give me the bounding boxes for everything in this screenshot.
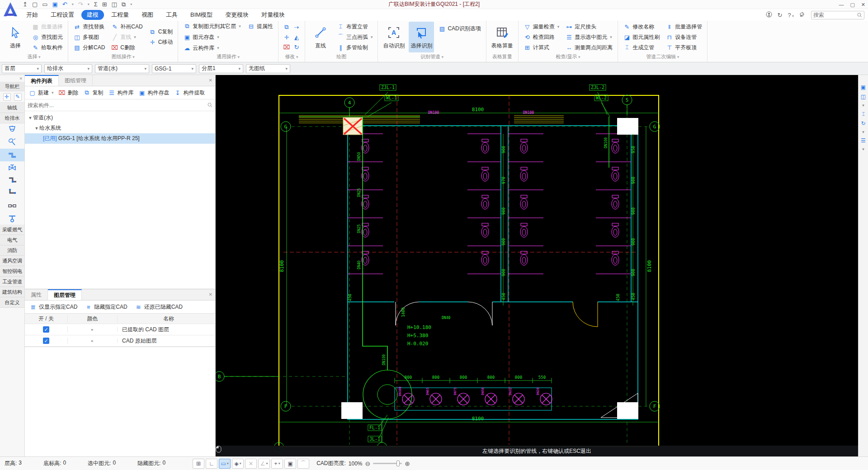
find-element-button[interactable]: ◎查找图元	[30, 32, 65, 42]
announcement-icon[interactable]	[799, 11, 806, 19]
device-connect-pipe-button[interactable]: ⊓设备连管	[664, 32, 704, 42]
nav-add-icon[interactable]: ✛	[3, 93, 11, 101]
measure-distance-button[interactable]: ↔测量两点间距离	[563, 42, 614, 52]
maximize-button[interactable]: ▢	[850, 2, 854, 8]
ortho-button[interactable]: ∟	[206, 459, 217, 469]
c-copy-button[interactable]: ⧉C复制	[147, 27, 175, 37]
group-label-identify-pipe[interactable]: 识别管道	[378, 53, 486, 62]
nav-section-axis[interactable]: 轴线	[0, 103, 24, 113]
sync-icon[interactable]: ↻	[778, 12, 783, 19]
grid-settings-button[interactable]: ⊞	[193, 459, 204, 469]
show-only-cad-button[interactable]: ≣仅显示指定CAD	[28, 302, 79, 312]
checkbox-checked[interactable]: ✓	[43, 326, 49, 333]
hide-cad-button[interactable]: ≡隐藏指定CAD	[83, 302, 129, 312]
show-selected-button[interactable]: ☰显示选中图元	[563, 32, 614, 42]
cad-canvas[interactable]: ZJL-1WL-1ZJL-2WL-28100810081008100H+10.1…	[216, 75, 858, 456]
chevron-down-icon[interactable]: ▾	[862, 130, 864, 134]
multi-pipe-draw-button[interactable]: ∥多管绘制	[335, 42, 375, 52]
select-button[interactable]: 选择	[3, 22, 28, 52]
nav-close-icon[interactable]: ✕	[19, 76, 23, 81]
component-search-input[interactable]	[28, 102, 208, 108]
coordinate-button[interactable]: +	[271, 459, 283, 469]
restore-hidden-cad-button[interactable]: ≋还原已隐藏CAD	[133, 302, 184, 312]
new-component-button[interactable]: ▢新建	[27, 88, 56, 98]
cad-identify-options-button[interactable]: ▧CAD识别选项	[436, 24, 482, 33]
line-button[interactable]: ╱直线	[109, 32, 144, 42]
three-point-arc-button[interactable]: ⌒三点画弧	[335, 32, 375, 42]
component-library-button[interactable]: ☰构件库	[106, 88, 136, 98]
modify-offset-icon[interactable]: ⇢	[292, 22, 302, 32]
find-replace-button[interactable]: ⇄查找替换	[71, 22, 107, 32]
nav-section-low-voltage[interactable]: 智控弱电	[0, 266, 24, 277]
tab-compare-module[interactable]: 对量模块	[256, 10, 290, 20]
modify-mirror-icon[interactable]: ◭	[292, 32, 302, 42]
group-label-general-ops[interactable]: 通用操作	[178, 53, 278, 62]
tab-quantities[interactable]: 工程量	[106, 10, 134, 20]
nav-item-pipe[interactable]	[0, 149, 24, 161]
help-button[interactable]: ? ▾	[788, 12, 794, 19]
copy-component-button[interactable]: ⧉复制	[81, 88, 105, 98]
loop-check-button[interactable]: ⟲检查回路	[522, 32, 561, 42]
modify-rotate-icon[interactable]: ↻	[292, 42, 302, 52]
pick-component-button[interactable]: ✎拾取构件	[30, 42, 65, 52]
orbit-tool-icon[interactable]: ↻	[861, 120, 865, 127]
tab-modeling[interactable]: 建模	[81, 10, 104, 20]
cloud-library-button[interactable]: ☁云构件库	[181, 43, 275, 53]
formula-button[interactable]: ⊞计算式	[522, 42, 561, 52]
nav-item-fitting[interactable]	[0, 174, 24, 187]
image-tool-icon[interactable]: ▣	[861, 84, 866, 90]
nav-item-tee[interactable]	[0, 212, 24, 225]
expand-icon[interactable]: ▼	[28, 116, 33, 120]
table-quantity-button[interactable]: 表格算量	[490, 22, 515, 52]
explode-cad-button[interactable]: ▤分解CAD	[71, 42, 107, 52]
tab-bim-model[interactable]: BIM模型	[185, 10, 218, 20]
batch-select-button[interactable]: ▦批量选择	[30, 22, 65, 32]
select-identify-button[interactable]: 选择识别	[409, 22, 434, 52]
tree-node-water-system[interactable]: ▼给水系统	[25, 123, 215, 133]
tab-view[interactable]: 视图	[136, 10, 159, 20]
search-icon[interactable]	[208, 103, 212, 108]
group-label-check-display[interactable]: 检查/显示	[519, 53, 618, 62]
tab-change-module[interactable]: 变更模块	[220, 10, 254, 20]
c-move-button[interactable]: ✛C移动	[147, 38, 175, 47]
nav-section-fire[interactable]: 消防	[0, 245, 24, 256]
nav-item-elbow[interactable]	[0, 187, 24, 199]
modify-copy-icon[interactable]: ⧉	[282, 22, 292, 32]
layer-panel-close-icon[interactable]: ✕	[209, 292, 212, 297]
minimize-button[interactable]: —	[839, 2, 844, 7]
tab-project-settings[interactable]: 工程设置	[45, 10, 80, 20]
nav-section-architecture[interactable]: 建筑结构	[0, 287, 24, 297]
multi-view-button[interactable]: ◫多视图	[71, 32, 107, 42]
tab-start[interactable]: 开始	[21, 10, 43, 20]
group-label-drawing-ops[interactable]: 图纸操作	[68, 53, 178, 62]
image-display-button[interactable]: ▣	[284, 459, 296, 469]
nav-item-fixture[interactable]	[0, 123, 24, 136]
tab-layer-management[interactable]: 图层管理	[48, 289, 82, 300]
draw-line-button[interactable]: 直线	[308, 22, 333, 52]
layer-row-original[interactable]: ✓ ▸ CAD 原始图层	[25, 335, 215, 347]
angle-snap-button[interactable]: ∠	[258, 459, 270, 469]
tree-node-pipe-water[interactable]: ▼管道(水)	[25, 113, 215, 123]
tab-component-list[interactable]: 构件列表	[25, 75, 59, 86]
group-label-draw[interactable]: 绘图	[305, 53, 378, 62]
generate-riser-button[interactable]: ⌶生成立管	[621, 42, 661, 52]
tab-tools[interactable]: 工具	[160, 10, 183, 20]
flush-slab-top-button[interactable]: ⊤平齐板顶	[664, 42, 704, 52]
leak-check-button[interactable]: ▽漏量检查	[522, 22, 561, 32]
delete-component-button[interactable]: ⌧删除	[57, 88, 80, 98]
search-icon[interactable]	[857, 13, 862, 18]
modify-move-icon[interactable]: ✛	[282, 32, 292, 42]
sheet-dropdown[interactable]: 无图纸	[246, 64, 290, 73]
slider-handle[interactable]	[396, 461, 400, 466]
auto-identify-button[interactable]: A 自动识别	[381, 22, 406, 52]
copy-to-layer-button[interactable]: ⧉复制图元到其它层	[181, 21, 243, 31]
chevron-down-icon[interactable]: ▾	[862, 103, 864, 108]
color-dropdown-icon[interactable]: ▸	[91, 338, 94, 343]
fixed-length-joint-button[interactable]: ⊶定尺接头	[563, 22, 614, 32]
tab-drawing-management[interactable]: 图纸管理	[59, 75, 93, 86]
panel-tool-icon[interactable]: ◫	[861, 94, 866, 100]
riser-tool-icon[interactable]: ⌶	[862, 111, 865, 117]
c-delete-button[interactable]: ⌧C删除	[109, 42, 144, 52]
user-icon[interactable]	[766, 11, 772, 19]
rename-button[interactable]: ✎修改名称	[621, 22, 661, 32]
